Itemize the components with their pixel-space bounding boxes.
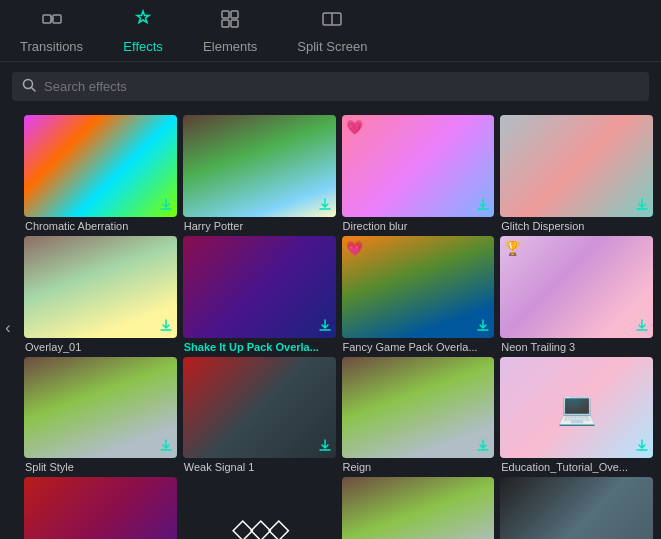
effect-item-weaksignal[interactable]: Weak Signal 1 bbox=[183, 357, 336, 474]
laptop-icon: 💻 bbox=[500, 357, 653, 459]
download-btn-fancy[interactable] bbox=[476, 318, 490, 334]
effect-badge-fancy: 💗 bbox=[346, 240, 363, 256]
elements-icon bbox=[219, 8, 241, 35]
download-btn-shakeitup[interactable] bbox=[318, 318, 332, 334]
download-btn-glitch[interactable] bbox=[635, 197, 649, 213]
search-icon bbox=[22, 78, 36, 95]
effect-name-overlay01: Overlay_01 bbox=[24, 341, 177, 353]
effect-thumb-direction-blur: 💗 bbox=[342, 115, 495, 217]
effects-icon bbox=[132, 8, 154, 35]
download-btn-reign[interactable] bbox=[476, 438, 490, 454]
split-screen-label: Split Screen bbox=[297, 39, 367, 54]
download-btn-weaksignal[interactable] bbox=[318, 438, 332, 454]
nav-split-screen[interactable]: Split Screen bbox=[277, 0, 387, 62]
download-btn-overlay01[interactable] bbox=[159, 318, 173, 334]
effect-name-chromatic: Chromatic Aberration bbox=[24, 220, 177, 232]
effect-item-fancy[interactable]: 💗Fancy Game Pack Overla... bbox=[342, 236, 495, 353]
effect-badge-direction-blur: 💗 bbox=[346, 119, 363, 135]
effect-item-splitstyle[interactable]: Split Style bbox=[24, 357, 177, 474]
effect-name-shakeitup: Shake It Up Pack Overla... bbox=[183, 341, 336, 353]
effect-thumb-glitch bbox=[500, 115, 653, 217]
effect-thumb-row4c bbox=[342, 477, 495, 539]
effect-item-education[interactable]: 💻Education_Tutorial_Ove... bbox=[500, 357, 653, 474]
effect-thumb-reign bbox=[342, 357, 495, 459]
svg-rect-3 bbox=[231, 11, 238, 18]
top-nav: Transitions Effects Elements Split bbox=[0, 0, 661, 62]
effect-thumb-row4d bbox=[500, 477, 653, 539]
svg-rect-5 bbox=[231, 20, 238, 27]
effect-item-row4a[interactable] bbox=[24, 477, 177, 539]
nav-elements[interactable]: Elements bbox=[183, 0, 277, 62]
effect-item-direction-blur[interactable]: 💗Direction blur bbox=[342, 115, 495, 232]
effect-thumb-weaksignal bbox=[183, 357, 336, 459]
download-btn-education[interactable] bbox=[635, 438, 649, 454]
effect-name-direction-blur: Direction blur bbox=[342, 220, 495, 232]
search-input[interactable] bbox=[44, 79, 639, 94]
download-btn-harry[interactable] bbox=[318, 197, 332, 213]
effect-thumb-neon: 🏆 bbox=[500, 236, 653, 338]
transitions-label: Transitions bbox=[20, 39, 83, 54]
effect-thumb-shakeitup bbox=[183, 236, 336, 338]
effect-item-row4c[interactable] bbox=[342, 477, 495, 539]
left-arrow[interactable]: ‹ bbox=[0, 111, 16, 539]
svg-rect-4 bbox=[222, 20, 229, 27]
nav-effects[interactable]: Effects bbox=[103, 0, 183, 62]
effect-name-weaksignal: Weak Signal 1 bbox=[183, 461, 336, 473]
svg-line-9 bbox=[32, 88, 36, 92]
effect-item-reign[interactable]: Reign bbox=[342, 357, 495, 474]
search-bar bbox=[12, 72, 649, 101]
effect-item-row4d[interactable] bbox=[500, 477, 653, 539]
svg-rect-1 bbox=[53, 15, 61, 23]
effect-item-harry[interactable]: Harry Potter bbox=[183, 115, 336, 232]
effect-name-harry: Harry Potter bbox=[183, 220, 336, 232]
effect-item-chromatic[interactable]: Chromatic Aberration bbox=[24, 115, 177, 232]
effect-item-glitch[interactable]: Glitch Dispersion bbox=[500, 115, 653, 232]
grid-container: ‹ Chromatic AberrationHarry Potter💗Direc… bbox=[0, 111, 661, 539]
transitions-icon bbox=[41, 8, 63, 35]
effect-name-fancy: Fancy Game Pack Overla... bbox=[342, 341, 495, 353]
download-btn-neon[interactable] bbox=[635, 318, 649, 334]
effects-grid: Chromatic AberrationHarry Potter💗Directi… bbox=[16, 111, 661, 539]
effect-thumb-row4a bbox=[24, 477, 177, 539]
effect-name-education: Education_Tutorial_Ove... bbox=[500, 461, 653, 473]
diamond-pattern bbox=[183, 477, 336, 539]
effect-name-glitch: Glitch Dispersion bbox=[500, 220, 653, 232]
download-btn-direction-blur[interactable] bbox=[476, 197, 490, 213]
effect-thumb-overlay01 bbox=[24, 236, 177, 338]
download-btn-splitstyle[interactable] bbox=[159, 438, 173, 454]
effect-name-neon: Neon Trailing 3 bbox=[500, 341, 653, 353]
effect-thumb-fancy: 💗 bbox=[342, 236, 495, 338]
effect-thumb-splitstyle bbox=[24, 357, 177, 459]
effect-thumb-row4b bbox=[183, 477, 336, 539]
elements-label: Elements bbox=[203, 39, 257, 54]
effect-thumb-education: 💻 bbox=[500, 357, 653, 459]
svg-rect-2 bbox=[222, 11, 229, 18]
effect-badge-neon: 🏆 bbox=[504, 240, 521, 256]
effect-item-neon[interactable]: 🏆Neon Trailing 3 bbox=[500, 236, 653, 353]
split-screen-icon bbox=[321, 8, 343, 35]
download-btn-chromatic[interactable] bbox=[159, 197, 173, 213]
effect-thumb-chromatic bbox=[24, 115, 177, 217]
effect-name-splitstyle: Split Style bbox=[24, 461, 177, 473]
effect-item-row4b[interactable] bbox=[183, 477, 336, 539]
effect-item-overlay01[interactable]: Overlay_01 bbox=[24, 236, 177, 353]
effect-item-shakeitup[interactable]: Shake It Up Pack Overla... bbox=[183, 236, 336, 353]
effect-thumb-harry bbox=[183, 115, 336, 217]
effect-name-reign: Reign bbox=[342, 461, 495, 473]
effects-label: Effects bbox=[123, 39, 163, 54]
nav-transitions[interactable]: Transitions bbox=[0, 0, 103, 62]
